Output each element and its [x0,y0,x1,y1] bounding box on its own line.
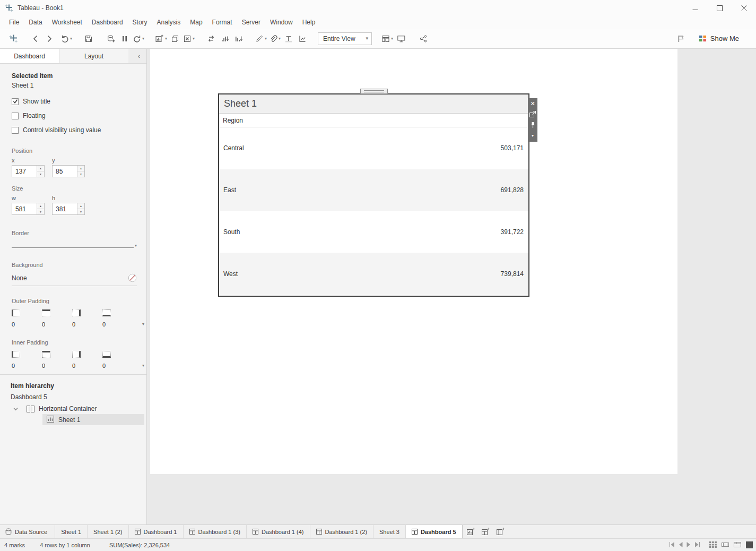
tab-sheet-3[interactable]: Sheet 3 [373,525,406,538]
size-w-increment[interactable]: ▲ [37,203,44,209]
show-tabs-button[interactable] [734,541,741,549]
position-x-increment[interactable]: ▲ [37,166,44,171]
tab-sheet-1[interactable]: Sheet 1 [55,525,88,538]
fix-axes-button[interactable] [296,32,309,46]
fit-selector[interactable]: Entire View ▾ [318,32,372,45]
previous-sheet-button[interactable] [679,542,683,548]
duplicate-button[interactable] [168,32,182,46]
chevron-down-icon[interactable]: ▾ [165,37,167,41]
chevron-down-icon[interactable]: ▾ [391,37,393,41]
position-x-input[interactable]: ▲ ▼ [12,165,45,177]
menu-analysis[interactable]: Analysis [152,17,186,28]
tab-layout[interactable]: Layout [59,49,128,63]
tab-dashboard-5[interactable]: Dashboard 5 [406,525,463,538]
chevron-down-icon[interactable]: ▾ [279,37,281,41]
size-h-increment[interactable]: ▲ [77,203,84,209]
new-dashboard-tab-button[interactable] [482,528,490,536]
position-y-input[interactable]: ▲ ▼ [52,165,85,177]
first-sheet-button[interactable] [669,542,675,548]
outer-padding-right[interactable]: 0 [72,309,102,328]
dashboard-canvas[interactable]: ✕ ▾ Sheet 1 Region Central 503,171 [150,49,677,474]
control-visibility-checkbox[interactable]: Control visibility using value [12,126,136,134]
menu-data[interactable]: Data [24,17,47,28]
show-mark-labels-button[interactable] [282,32,296,46]
position-y-decrement[interactable]: ▼ [77,171,84,177]
close-button[interactable] [732,0,756,16]
table-row[interactable]: Central 503,171 [219,127,528,169]
outer-padding-bottom[interactable]: 0 [102,309,133,328]
size-w-input[interactable]: ▲ ▼ [12,203,45,215]
show-hide-cards-button[interactable]: ▾ [380,32,394,46]
back-button[interactable] [29,32,42,46]
swap-rows-columns-button[interactable] [204,32,218,46]
group-members-button[interactable]: ▾ [268,32,282,46]
go-to-sheet-button[interactable] [528,109,537,119]
size-w-decrement[interactable]: ▼ [37,209,44,214]
menu-map[interactable]: Map [185,17,207,28]
tableau-home-button[interactable] [6,32,20,46]
hierarchy-node-container[interactable]: Horizontal Container [11,405,146,412]
tab-dashboard[interactable]: Dashboard [0,49,59,63]
size-w-value[interactable] [12,203,37,214]
inner-padding-bottom[interactable]: 0 [102,351,133,369]
menu-window[interactable]: Window [265,17,298,28]
new-worksheet-tab-button[interactable] [467,528,475,536]
menu-worksheet[interactable]: Worksheet [47,17,87,28]
forward-button[interactable] [42,32,56,46]
size-h-value[interactable] [53,203,77,214]
tab-sheet-1-2[interactable]: Sheet 1 (2) [88,525,128,538]
chevron-down-icon[interactable]: ▾ [70,37,72,41]
sort-descending-button[interactable] [232,32,246,46]
pause-auto-updates-button[interactable] [118,32,132,46]
inner-padding-right[interactable]: 0 [72,351,102,369]
background-dropdown[interactable]: None [12,273,137,286]
share-workbook-button[interactable] [416,32,430,46]
table-row[interactable]: South 391,722 [219,211,528,253]
highlight-button[interactable]: ▾ [254,32,268,46]
menu-format[interactable]: Format [207,17,237,28]
inner-padding-top[interactable]: 0 [42,351,72,369]
position-y-value[interactable] [53,166,77,177]
minimize-button[interactable] [683,0,707,16]
maximize-button[interactable] [707,0,732,16]
save-button[interactable] [82,32,95,46]
more-options-button[interactable]: ▾ [528,130,537,141]
position-x-value[interactable] [12,166,37,177]
position-y-increment[interactable]: ▲ [77,166,84,171]
next-sheet-button[interactable] [687,542,691,548]
outer-padding-top[interactable]: 0 [42,309,72,328]
drag-handle[interactable] [360,89,388,94]
run-auto-updates-button[interactable]: ▾ [132,32,145,46]
sheet-object[interactable]: ✕ ▾ Sheet 1 Region Central 503,171 [218,93,529,297]
tab-dashboard-1-4[interactable]: Dashboard 1 (4) [247,525,310,538]
chevron-down-icon[interactable]: ▾ [142,37,144,41]
floating-checkbox[interactable]: Floating [12,112,136,119]
chevron-down-icon[interactable]: ▾ [193,37,195,41]
tab-dashboard-1-2[interactable]: Dashboard 1 (2) [310,525,374,538]
flag-button[interactable] [674,32,688,46]
chevron-expanded-icon[interactable] [13,407,19,411]
remove-object-button[interactable]: ✕ [528,98,537,109]
chevron-down-icon[interactable]: ▾ [142,322,144,326]
inner-padding-left[interactable]: 0 [12,351,42,369]
collapse-pane-button[interactable]: ‹ [132,49,146,63]
hierarchy-node-sheet[interactable]: Sheet 1 [42,414,144,425]
sheet-sorter-button[interactable] [709,541,717,549]
tab-dashboard-1-3[interactable]: Dashboard 1 (3) [184,525,247,538]
last-sheet-button[interactable] [694,542,700,548]
filmstrip-view-button[interactable] [722,541,729,549]
pin-object-button[interactable] [528,119,537,130]
presentation-mode-button[interactable] [394,32,408,46]
menu-help[interactable]: Help [298,17,320,28]
sort-ascending-button[interactable] [218,32,232,46]
size-h-decrement[interactable]: ▼ [77,209,84,214]
outer-padding-left[interactable]: 0 [12,309,42,328]
border-dropdown[interactable]: ▾ [12,240,137,248]
position-x-decrement[interactable]: ▼ [37,171,44,177]
new-worksheet-button[interactable]: ▾ [154,32,168,46]
chevron-down-icon[interactable]: ▾ [142,364,144,368]
table-row[interactable]: East 691,828 [219,169,528,211]
table-row[interactable]: West 739,814 [219,253,528,295]
menu-dashboard[interactable]: Dashboard [87,17,128,28]
show-title-checkbox[interactable]: Show title [12,98,136,105]
